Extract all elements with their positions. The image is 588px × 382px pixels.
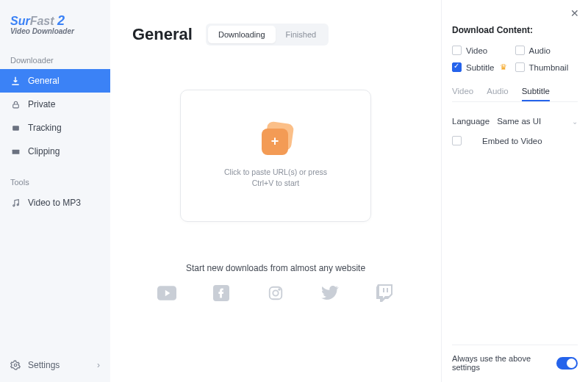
checkbox-thumbnail[interactable]: Thumbnail — [515, 62, 578, 72]
svg-point-10 — [273, 290, 278, 295]
svg-rect-1 — [12, 126, 19, 131]
close-icon[interactable]: ✕ — [570, 7, 579, 19]
crown-icon: ♛ — [500, 62, 507, 72]
tab-downloading[interactable]: Downloading — [208, 26, 276, 43]
content-tabs: Video Audio Subtitle — [452, 87, 578, 102]
instagram-icon[interactable] — [266, 284, 285, 303]
facebook-icon[interactable] — [212, 284, 231, 303]
tab-audio[interactable]: Audio — [487, 87, 508, 101]
svg-rect-13 — [387, 288, 388, 292]
language-label: Language — [452, 117, 490, 126]
tab-finished[interactable]: Finished — [276, 26, 327, 43]
svg-point-4 — [17, 203, 18, 205]
language-value: Same as UI — [497, 117, 541, 126]
music-icon — [10, 198, 21, 208]
sidebar-item-tracking[interactable]: Tracking — [0, 116, 110, 140]
svg-rect-2 — [12, 149, 19, 154]
gear-icon — [10, 360, 21, 370]
promo-section: Start new downloads from almost any webs… — [132, 263, 419, 303]
chevron-right-icon: › — [97, 360, 100, 370]
sidebar: SurFast 2 Video Downloader Downloader Ge… — [0, 0, 110, 382]
always-use-toggle[interactable] — [556, 357, 578, 370]
lock-icon — [10, 99, 21, 109]
dropzone-hint: Click to paste URL(s) or press Ctrl+V to… — [213, 167, 338, 189]
twitch-icon[interactable] — [375, 284, 394, 303]
app-logo: SurFast 2 Video Downloader — [0, 13, 110, 51]
download-state-tabs: Downloading Finished — [206, 24, 329, 46]
settings-button[interactable]: Settings › — [0, 351, 110, 382]
checkbox-audio[interactable]: Audio — [515, 46, 578, 55]
svg-rect-12 — [383, 288, 384, 292]
sidebar-item-label: Video to MP3 — [28, 198, 81, 208]
youtube-icon[interactable] — [157, 284, 176, 303]
sidebar-item-clipping[interactable]: Clipping — [0, 140, 110, 163]
sidebar-section-tools: Tools — [0, 173, 110, 191]
svg-point-11 — [279, 289, 280, 290]
panel-title: Download Content: — [452, 25, 578, 35]
tab-video[interactable]: Video — [452, 87, 473, 101]
settings-label: Settings — [28, 360, 60, 370]
always-use-label: Always use the above settings — [452, 354, 556, 372]
page-title: General — [132, 25, 193, 44]
chevron-down-icon: ⌄ — [572, 118, 578, 126]
sidebar-item-private[interactable]: Private — [0, 93, 110, 116]
url-dropzone[interactable]: + Click to paste URL(s) or press Ctrl+V … — [180, 90, 371, 222]
svg-point-5 — [14, 364, 17, 367]
promo-title: Start new downloads from almost any webs… — [132, 263, 419, 273]
paste-icon: + — [259, 123, 293, 156]
twitter-icon[interactable] — [320, 284, 340, 303]
app-subtitle: Video Downloader — [10, 27, 100, 35]
checkbox-subtitle[interactable]: Subtitle♛ — [452, 62, 515, 72]
clipping-icon — [10, 146, 21, 156]
sidebar-item-label: General — [28, 76, 60, 86]
checkbox-embed[interactable]: Embed to Video — [452, 136, 542, 145]
svg-rect-0 — [12, 104, 18, 107]
tracking-icon — [10, 123, 21, 133]
svg-point-3 — [12, 204, 14, 206]
main-area: General Downloading Finished + Click to … — [110, 0, 441, 382]
sidebar-item-label: Private — [28, 99, 55, 109]
download-content-panel: ✕ Download Content: Video Audio Subtitle… — [441, 0, 588, 382]
sidebar-item-video-to-mp3[interactable]: Video to MP3 — [0, 191, 110, 215]
tab-subtitle[interactable]: Subtitle — [522, 87, 550, 101]
language-select[interactable]: Same as UI ⌄ — [497, 117, 578, 126]
sidebar-section-downloader: Downloader — [0, 51, 110, 69]
sidebar-item-label: Tracking — [28, 123, 62, 133]
sidebar-item-label: Clipping — [28, 146, 60, 156]
checkbox-video[interactable]: Video — [452, 46, 515, 55]
download-icon — [10, 76, 21, 86]
sidebar-item-general[interactable]: General — [0, 69, 110, 93]
